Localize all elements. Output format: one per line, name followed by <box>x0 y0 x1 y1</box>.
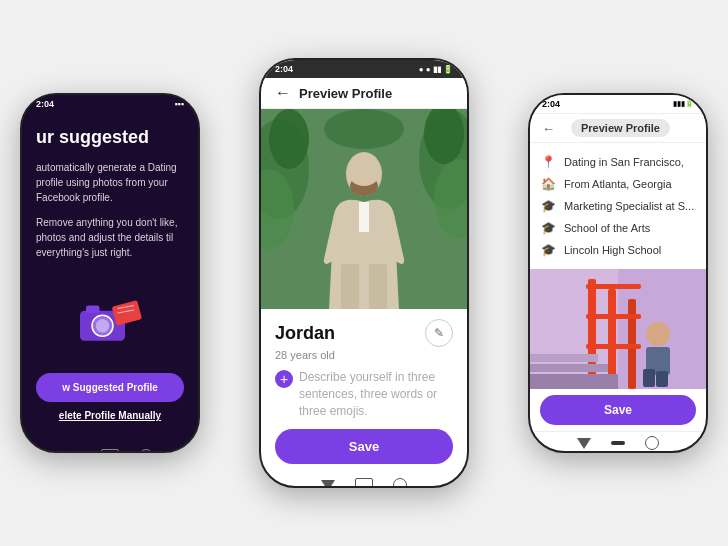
center-time: 2:04 <box>275 64 293 74</box>
right-save-button[interactable]: Save <box>540 395 696 425</box>
center-status-bar: 2:04 ● ● ▮▮ 🔋 <box>261 60 467 78</box>
left-phone: 2:04 ▪▪▪ ur suggested automatically gene… <box>20 93 200 453</box>
center-save-button[interactable]: Save <box>275 429 453 464</box>
info-text-2: Marketing Specialist at S... <box>564 200 694 212</box>
recent-button-right[interactable] <box>645 436 659 450</box>
back-button-right[interactable] <box>577 438 591 449</box>
recent-button-left[interactable] <box>139 449 153 453</box>
back-button-left[interactable] <box>67 451 81 454</box>
recent-button-center[interactable] <box>393 478 407 488</box>
left-status-bar: 2:04 ▪▪▪ <box>22 95 198 111</box>
svg-point-2 <box>96 319 110 333</box>
svg-rect-30 <box>530 364 608 372</box>
svg-rect-3 <box>86 305 100 313</box>
back-button-center[interactable] <box>321 480 335 488</box>
right-info-list: 📍 Dating in San Francisco, 🏠 From Atlant… <box>530 143 706 269</box>
right-status-icons: ▮▮▮🔋 <box>673 99 694 109</box>
left-time: 2:04 <box>36 99 54 109</box>
svg-rect-18 <box>359 202 369 232</box>
edit-profile-button[interactable]: ✎ <box>425 319 453 347</box>
info-text-0: Dating in San Francisco, <box>564 156 684 168</box>
right-status-bar: 2:04 ▮▮▮🔋 <box>530 95 706 114</box>
right-header: ← Preview Profile <box>530 114 706 143</box>
center-header-title: Preview Profile <box>299 86 392 101</box>
home-icon: 🏠 <box>540 177 556 191</box>
left-status-icons: ▪▪▪ <box>174 99 184 109</box>
edit-icon: ✎ <box>434 326 444 340</box>
svg-rect-23 <box>588 279 596 389</box>
svg-rect-4 <box>112 300 142 326</box>
camera-illustration <box>70 292 150 352</box>
app-scene: 2:04 ▪▪▪ ur suggested automatically gene… <box>0 0 728 546</box>
school-icon-2: 🎓 <box>540 243 556 257</box>
left-title: ur suggested <box>36 127 184 148</box>
school-icon-1: 🎓 <box>540 221 556 235</box>
svg-point-10 <box>269 109 309 169</box>
suggested-profile-button[interactable]: w Suggested Profile <box>36 373 184 402</box>
work-icon: 🎓 <box>540 199 556 213</box>
right-back-button[interactable]: ← <box>542 121 555 136</box>
svg-rect-34 <box>643 369 655 387</box>
bio-row: + Describe yourself in three sentences, … <box>275 369 453 419</box>
list-item: 🎓 School of the Arts <box>540 217 696 239</box>
manual-profile-button[interactable]: elete Profile Manually <box>36 410 184 421</box>
location-icon: 📍 <box>540 155 556 169</box>
list-item: 🎓 Marketing Specialist at S... <box>540 195 696 217</box>
left-desc1: automatically generate a Dating profile … <box>36 160 184 205</box>
list-item: 🏠 From Atlanta, Georgia <box>540 173 696 195</box>
stairs-bg <box>530 269 706 389</box>
right-bottom-bar <box>530 431 706 453</box>
center-bottom-bar <box>261 474 467 488</box>
right-time: 2:04 <box>542 99 560 109</box>
left-desc2: Remove anything you don't like, photos a… <box>36 215 184 260</box>
svg-rect-19 <box>341 264 359 309</box>
center-back-button[interactable]: ← <box>275 84 291 102</box>
info-text-1: From Atlanta, Georgia <box>564 178 672 190</box>
info-text-3: School of the Arts <box>564 222 650 234</box>
profile-photo <box>261 109 467 309</box>
info-text-4: Lincoln High School <box>564 244 661 256</box>
svg-point-17 <box>348 158 380 186</box>
profile-name: Jordan <box>275 323 335 344</box>
center-header: ← Preview Profile <box>261 78 467 109</box>
left-content: ur suggested automatically generate a Da… <box>22 111 198 445</box>
svg-rect-20 <box>369 264 387 309</box>
left-icon-area <box>36 270 184 373</box>
right-profile-photo <box>530 269 706 389</box>
svg-rect-28 <box>586 344 641 349</box>
home-button-left[interactable] <box>101 449 119 453</box>
right-phone: 2:04 ▮▮▮🔋 ← Preview Profile 📍 Dating in … <box>528 93 708 453</box>
profile-info: Jordan ✎ 28 years old + Describe yoursel… <box>261 309 467 474</box>
home-button-center[interactable] <box>355 478 373 488</box>
profile-age: 28 years old <box>275 349 453 361</box>
center-phone: 2:04 ● ● ▮▮ 🔋 ← Preview Profile <box>259 58 469 488</box>
svg-rect-31 <box>530 374 618 389</box>
list-item: 📍 Dating in San Francisco, <box>540 151 696 173</box>
svg-rect-29 <box>530 354 598 362</box>
svg-rect-35 <box>656 371 668 387</box>
profile-name-row: Jordan ✎ <box>275 319 453 347</box>
profile-person <box>309 114 419 309</box>
svg-rect-27 <box>586 314 641 319</box>
svg-point-32 <box>646 322 670 346</box>
left-bottom-bar <box>22 445 198 453</box>
svg-rect-26 <box>586 284 641 289</box>
left-buttons: w Suggested Profile elete Profile Manual… <box>36 373 184 429</box>
bio-placeholder[interactable]: Describe yourself in three sentences, th… <box>299 369 453 419</box>
home-button-right[interactable] <box>611 441 625 445</box>
center-status-icons: ● ● ▮▮ 🔋 <box>419 64 453 74</box>
list-item: 🎓 Lincoln High School <box>540 239 696 261</box>
right-header-title: Preview Profile <box>571 119 670 137</box>
add-bio-button[interactable]: + <box>275 370 293 388</box>
